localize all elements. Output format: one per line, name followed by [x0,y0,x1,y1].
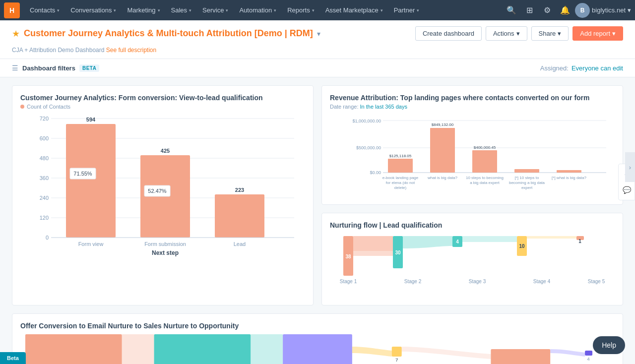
svg-rect-14 [66,124,116,238]
svg-rect-69 [25,334,122,364]
svg-text:480: 480 [40,155,49,161]
legend-dot-contacts [20,105,24,109]
svg-text:600: 600 [40,135,49,141]
assigned-label: Assigned: [540,64,569,72]
navigation: H Contacts ▾ Conversations ▾ Marketing ▾… [0,0,635,20]
dashboard-filters-label: Dashboard filters [22,64,75,72]
nav-partner[interactable]: Partner ▾ [389,0,425,20]
svg-text:38: 38 [345,254,351,259]
svg-text:e-book landing page: e-book landing page [382,176,419,180]
svg-text:what is big data?: what is big data? [427,176,458,180]
svg-text:$849,132.00: $849,132.00 [432,122,454,127]
settings-icon-btn[interactable]: ⚙ [539,2,555,18]
svg-rect-48 [514,169,539,173]
service-caret: ▾ [226,8,228,13]
revenue-attribution-chart-card: Revenue Attribution: Top landing pages w… [321,85,623,205]
search-button[interactable]: 🔍 [504,2,519,18]
beta-corner-badge: Beta [0,352,26,364]
nav-marketing[interactable]: Marketing ▾ [122,0,165,20]
contacts-caret: ▾ [57,8,60,13]
svg-text:Form submission: Form submission [144,241,186,247]
svg-text:Stage 1: Stage 1 [340,279,357,284]
nav-service[interactable]: Service ▾ [197,0,233,20]
hubspot-logo[interactable]: H [4,2,20,18]
svg-text:$1,000,000.00: $1,000,000.00 [352,119,381,123]
legend-label-contacts: Count of Contacts [27,104,70,110]
svg-rect-52 [557,170,581,173]
help-button[interactable]: Help [593,336,625,354]
svg-text:[*] what is big data?: [*] what is big data? [552,176,586,180]
reports-caret: ▾ [312,8,315,13]
notifications-icon-btn[interactable]: 🔔 [557,2,573,18]
svg-text:1: 1 [578,239,581,244]
svg-text:Stage 5: Stage 5 [588,279,605,284]
beta-badge: BETA [79,64,99,72]
title-dropdown-caret[interactable]: ▾ [317,30,320,38]
svg-rect-36 [388,159,413,173]
breadcrumb: CJA + Attribution Demo Dashboard See ful… [12,47,623,59]
svg-text:52.47%: 52.47% [148,188,167,194]
nav-automation[interactable]: Automation ▾ [234,0,281,20]
conversations-caret: ▾ [114,8,116,13]
marketplace-icon-btn[interactable]: ⊞ [521,2,537,18]
svg-rect-44 [472,150,497,173]
svg-text:Stage 4: Stage 4 [533,279,551,284]
form-conversion-chart-card: Customer Journey Analytics: Form convers… [12,85,314,305]
filter-icon: ☰ [12,64,18,72]
actions-button[interactable]: Actions ▾ [486,26,527,41]
nurturing-flow-title: Nurturing flow | Lead qualification [330,221,615,229]
nav-contacts[interactable]: Contacts ▾ [25,0,64,20]
automation-caret: ▾ [274,8,276,13]
svg-text:Next step: Next step [152,249,179,256]
svg-text:$0.00: $0.00 [370,170,381,175]
svg-text:4: 4 [587,356,590,362]
scroll-right-button[interactable]: › [625,152,635,182]
see-full-description-link[interactable]: See full description [106,47,156,54]
svg-text:[*] 10 steps to: [*] 10 steps to [515,176,539,180]
share-button[interactable]: Share ▾ [531,26,569,41]
nurturing-flow-chart-card: Nurturing flow | Lead qualification Stag… [321,213,623,305]
svg-text:$400,000.45: $400,000.45 [474,145,496,150]
svg-text:223: 223 [235,187,244,193]
nurturing-flow-svg: Stage 1 38 Stage 2 30 Stage 3 4 [330,231,615,296]
svg-text:30: 30 [395,250,401,255]
partner-caret: ▾ [417,8,419,13]
svg-text:for elena (do not: for elena (do not [386,181,415,185]
svg-text:10 steps to becoming: 10 steps to becoming [466,176,504,180]
avatar[interactable]: B [575,3,590,18]
favorite-star[interactable]: ★ [12,28,20,39]
svg-text:120: 120 [40,215,49,221]
bar-chart-svg: 720 600 480 360 240 120 0 594 71.55% 425 [20,114,305,262]
marketplace-caret: ▾ [381,8,383,13]
nav-reports[interactable]: Reports ▾ [282,0,319,20]
svg-text:425: 425 [161,148,170,154]
svg-text:10: 10 [519,243,525,249]
svg-text:a big data expert: a big data expert [470,181,500,185]
svg-text:expert: expert [521,185,533,190]
svg-text:$500,000.00: $500,000.00 [356,145,381,150]
revenue-chart-svg: $1,000,000.00 $500,000.00 $0.00 $125,118… [330,116,615,195]
revenue-chart-subtitle: Date range: In the last 365 days [330,104,615,110]
create-dashboard-button[interactable]: Create dashboard [415,26,482,41]
marketing-caret: ▾ [158,8,160,13]
svg-text:594: 594 [86,117,96,122]
add-report-button[interactable]: Add report ▾ [572,26,623,41]
everyone-can-edit-link[interactable]: Everyone can edit [572,64,623,72]
offer-conversion-title: Offer Conversion to Email Nurture to Sal… [20,322,615,330]
nav-conversations[interactable]: Conversations ▾ [65,0,121,20]
svg-text:Form view: Form view [78,241,104,247]
nav-asset-marketplace[interactable]: Asset Marketplace ▾ [320,0,388,20]
svg-rect-75 [392,347,402,357]
page-title: Customer Journey Analytics & Multi-touch… [24,28,313,39]
comments-button[interactable]: 💬 [621,184,633,196]
nav-sales[interactable]: Sales ▾ [166,0,197,20]
svg-text:7: 7 [395,357,398,363]
username-display[interactable]: biglytics.net ▾ [592,6,631,14]
svg-rect-22 [215,194,264,238]
svg-text:becoming a big data: becoming a big data [509,181,545,185]
bar-chart-title: Customer Journey Analytics: Form convers… [20,94,305,102]
page-header: ★ Customer Journey Analytics & Multi-tou… [0,20,635,59]
svg-text:delete): delete) [394,185,407,190]
offer-conversion-chart-card: Offer Conversion to Email Nurture to Sal… [12,313,623,364]
svg-rect-73 [283,334,352,364]
